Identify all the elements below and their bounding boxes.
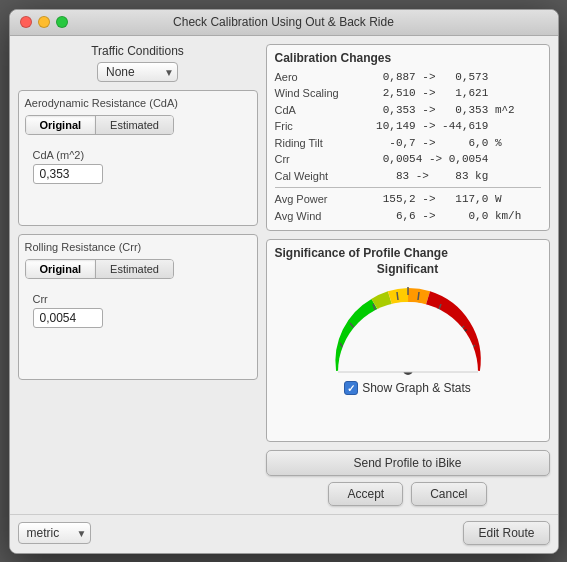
rolling-title: Rolling Resistance (Crr) (25, 241, 251, 253)
calib-row-avgpower: Avg Power 155,2 -> 117,0 W (275, 191, 541, 208)
metric-select-wrapper: metric imperial ▼ (18, 522, 91, 544)
rolling-tab-original[interactable]: Original (26, 260, 97, 278)
calib-name-wind: Wind Scaling (275, 85, 370, 102)
calib-name-aero: Aero (275, 69, 370, 86)
calib-values-wind: 2,510 -> 1,621 (370, 85, 489, 102)
metric-select[interactable]: metric imperial (18, 522, 91, 544)
calib-values-avgwind: 6,6 -> 0,0 km/h (370, 208, 522, 225)
edit-route-button[interactable]: Edit Route (463, 521, 549, 545)
calibration-title: Calibration Changes (275, 51, 541, 65)
calib-name-avgwind: Avg Wind (275, 208, 370, 225)
calib-values-avgpower: 155,2 -> 117,0 W (370, 191, 502, 208)
significance-title: Significance of Profile Change (275, 246, 448, 260)
accept-cancel-row: Accept Cancel (266, 482, 550, 506)
calib-name-tilt: Riding Tilt (275, 135, 370, 152)
right-panel: Calibration Changes Aero 0,887 -> 0,573 … (266, 44, 550, 506)
calib-values-cda: 0,353 -> 0,353 m^2 (370, 102, 515, 119)
minimize-button[interactable] (38, 16, 50, 28)
calib-values-weight: 83 -> 83 kg (370, 168, 489, 185)
calibration-table: Aero 0,887 -> 0,573 Wind Scaling 2,510 -… (275, 69, 541, 225)
calib-name-fric: Fric (275, 118, 370, 135)
aero-tab-original[interactable]: Original (26, 116, 97, 134)
show-graph-row: ✓ Show Graph & Stats (344, 381, 471, 395)
calib-row-avgwind: Avg Wind 6,6 -> 0,0 km/h (275, 208, 541, 225)
traffic-section: Traffic Conditions None Light Moderate H… (18, 44, 258, 82)
calib-name-crr: Crr (275, 151, 370, 168)
main-content: Traffic Conditions None Light Moderate H… (10, 36, 558, 514)
calib-name-weight: Cal Weight (275, 168, 370, 185)
calib-name-avgpower: Avg Power (275, 191, 370, 208)
maximize-button[interactable] (56, 16, 68, 28)
checkmark-icon: ✓ (347, 383, 355, 394)
traffic-label: Traffic Conditions (91, 44, 184, 58)
calib-row-crr: Crr 0,0054 -> 0,0054 (275, 151, 541, 168)
calib-row-wind: Wind Scaling 2,510 -> 1,621 (275, 85, 541, 102)
gauge-svg (318, 280, 498, 375)
titlebar-buttons (20, 16, 68, 28)
aero-field-input[interactable] (33, 164, 103, 184)
calib-row-weight: Cal Weight 83 -> 83 kg (275, 168, 541, 185)
aero-field-area: CdA (m^2) (25, 139, 251, 219)
aero-resistance-box: Aerodynamic Resistance (CdA) Original Es… (18, 90, 258, 226)
cancel-button[interactable]: Cancel (411, 482, 486, 506)
main-window: Check Calibration Using Out & Back Ride … (9, 9, 559, 554)
aero-title: Aerodynamic Resistance (CdA) (25, 97, 251, 109)
aero-field-label: CdA (m^2) (33, 149, 85, 161)
send-profile-button[interactable]: Send Profile to iBike (266, 450, 550, 476)
calibration-box: Calibration Changes Aero 0,887 -> 0,573 … (266, 44, 550, 232)
rolling-tab-estimated[interactable]: Estimated (96, 260, 173, 278)
svg-line-3 (397, 292, 398, 300)
calib-divider (275, 187, 541, 188)
rolling-field-label: Crr (33, 293, 48, 305)
right-buttons: Send Profile to iBike Accept Cancel (266, 450, 550, 506)
close-button[interactable] (20, 16, 32, 28)
gauge-label: Significant (377, 262, 438, 276)
calib-values-aero: 0,887 -> 0,573 (370, 69, 489, 86)
calib-values-fric: 10,149 -> -44,619 (370, 118, 489, 135)
calib-row-aero: Aero 0,887 -> 0,573 (275, 69, 541, 86)
calib-values-crr: 0,0054 -> 0,0054 (370, 151, 489, 168)
calib-row-fric: Fric 10,149 -> -44,619 (275, 118, 541, 135)
show-graph-label: Show Graph & Stats (362, 381, 471, 395)
rolling-tab-bar: Original Estimated (25, 259, 174, 279)
window-title: Check Calibration Using Out & Back Ride (173, 15, 394, 29)
calib-row-tilt: Riding Tilt -0,7 -> 6,0 % (275, 135, 541, 152)
calib-values-tilt: -0,7 -> 6,0 % (370, 135, 502, 152)
bottom-bar: metric imperial ▼ Edit Route (10, 514, 558, 553)
rolling-resistance-box: Rolling Resistance (Crr) Original Estima… (18, 234, 258, 380)
accept-button[interactable]: Accept (328, 482, 403, 506)
gauge-container (318, 280, 498, 375)
calib-name-cda: CdA (275, 102, 370, 119)
show-graph-checkbox[interactable]: ✓ (344, 381, 358, 395)
traffic-select-wrapper: None Light Moderate Heavy ▼ (97, 62, 178, 82)
traffic-select[interactable]: None Light Moderate Heavy (97, 62, 178, 82)
rolling-field-input[interactable] (33, 308, 103, 328)
aero-tab-bar: Original Estimated (25, 115, 174, 135)
significance-box: Significance of Profile Change Significa… (266, 239, 550, 442)
left-panel: Traffic Conditions None Light Moderate H… (18, 44, 258, 506)
svg-line-5 (418, 292, 419, 300)
aero-tab-estimated[interactable]: Estimated (96, 116, 173, 134)
calib-row-cda: CdA 0,353 -> 0,353 m^2 (275, 102, 541, 119)
titlebar: Check Calibration Using Out & Back Ride (10, 10, 558, 36)
rolling-field-area: Crr (25, 283, 251, 373)
